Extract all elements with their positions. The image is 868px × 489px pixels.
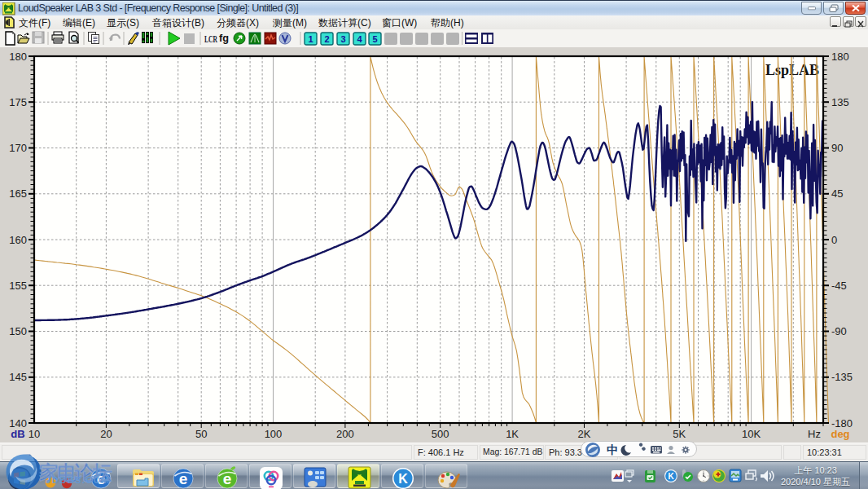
svg-text:500: 500 xyxy=(432,428,449,440)
svg-text:1: 1 xyxy=(308,34,313,44)
svg-text:5: 5 xyxy=(372,34,377,44)
svg-text:50: 50 xyxy=(195,428,207,440)
svg-text:90: 90 xyxy=(831,142,843,154)
svg-text:dB: dB xyxy=(11,428,24,440)
svg-text:4: 4 xyxy=(357,34,362,44)
svg-text:150: 150 xyxy=(9,325,27,337)
svg-text:2K: 2K xyxy=(578,428,591,440)
svg-text:10K: 10K xyxy=(742,428,761,440)
svg-text:20: 20 xyxy=(100,428,112,440)
svg-text:100: 100 xyxy=(265,428,283,440)
svg-text:K: K xyxy=(398,472,408,486)
svg-text:155: 155 xyxy=(9,280,27,292)
svg-text:中: 中 xyxy=(607,443,618,456)
svg-text:180: 180 xyxy=(9,51,27,63)
svg-text:200: 200 xyxy=(336,428,354,440)
svg-text:170: 170 xyxy=(9,142,27,154)
svg-text:175: 175 xyxy=(9,96,27,108)
svg-text:0: 0 xyxy=(831,234,837,246)
svg-text:5K: 5K xyxy=(673,428,686,440)
svg-text:K: K xyxy=(668,472,674,481)
svg-text:3: 3 xyxy=(340,34,345,44)
svg-text:fg: fg xyxy=(219,32,229,44)
svg-text:180: 180 xyxy=(831,51,849,63)
svg-text:1K: 1K xyxy=(506,428,519,440)
svg-text:Hz: Hz xyxy=(808,428,821,440)
svg-text:45: 45 xyxy=(831,187,843,200)
svg-text:-45: -45 xyxy=(831,280,847,292)
svg-text:145: 145 xyxy=(9,371,27,383)
svg-text:deg: deg xyxy=(831,428,849,440)
svg-text:135: 135 xyxy=(831,96,849,108)
svg-text:-135: -135 xyxy=(831,371,853,383)
svg-text:10: 10 xyxy=(28,428,40,440)
svg-text:2: 2 xyxy=(324,34,329,44)
svg-text:-90: -90 xyxy=(831,325,847,337)
svg-text:165: 165 xyxy=(9,187,27,200)
svg-text:160: 160 xyxy=(9,234,27,246)
svg-text:LCR: LCR xyxy=(204,33,217,45)
